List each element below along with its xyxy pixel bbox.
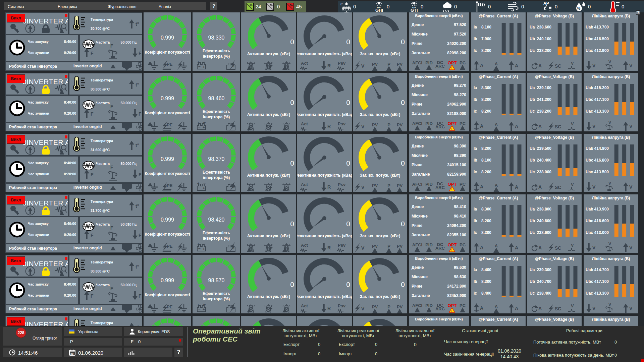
svg-text:!: ! (451, 188, 452, 191)
svg-text:!: ! (451, 309, 452, 312)
svg-text:!: ! (451, 127, 452, 130)
svg-text:Act: Act (301, 243, 308, 248)
svg-text:V: V (571, 183, 574, 187)
svg-text:V: V (608, 303, 611, 307)
svg-text:V: V (608, 242, 611, 246)
svg-text:–: – (198, 307, 201, 311)
svg-text:Psv: Psv (338, 304, 346, 308)
svg-text:+: + (233, 246, 235, 250)
svg-text:PE: PE (167, 304, 173, 309)
svg-text:+: + (233, 306, 235, 310)
svg-text:V: V (608, 121, 611, 125)
svg-text:V: V (571, 304, 574, 308)
svg-text:+: + (203, 307, 205, 311)
svg-text:Psv: Psv (338, 182, 346, 187)
svg-text:–: – (198, 185, 201, 190)
svg-text:–: – (198, 64, 201, 69)
svg-text:V: V (571, 61, 574, 66)
svg-text:Psv: Psv (338, 61, 346, 66)
svg-text:28: 28 (70, 352, 73, 355)
svg-text:–: – (198, 125, 201, 129)
svg-text:–: – (198, 246, 201, 251)
svg-text:V: V (608, 60, 611, 64)
svg-text:Act: Act (301, 182, 308, 187)
svg-text:+: + (203, 186, 205, 190)
svg-text:Act: Act (301, 122, 308, 126)
svg-text:PE: PE (167, 62, 173, 67)
svg-text:Act: Act (301, 61, 308, 66)
svg-text:Psv: Psv (338, 122, 346, 126)
svg-text:PE: PE (167, 183, 173, 188)
svg-text:V: V (571, 122, 574, 126)
svg-text:Psv: Psv (338, 243, 346, 248)
svg-text:PE: PE (167, 122, 173, 127)
svg-text:+: + (203, 125, 205, 129)
svg-text:!: ! (451, 248, 452, 252)
svg-text:+: + (233, 124, 235, 128)
svg-text:!: ! (451, 66, 452, 70)
svg-text:PE: PE (167, 244, 173, 249)
svg-text:+: + (233, 64, 235, 68)
svg-text:+: + (233, 185, 235, 189)
svg-text:Act: Act (301, 304, 308, 308)
svg-text:V: V (571, 243, 574, 248)
svg-text:+: + (203, 65, 205, 69)
svg-text:+: + (203, 247, 205, 251)
svg-text:V: V (608, 182, 611, 186)
